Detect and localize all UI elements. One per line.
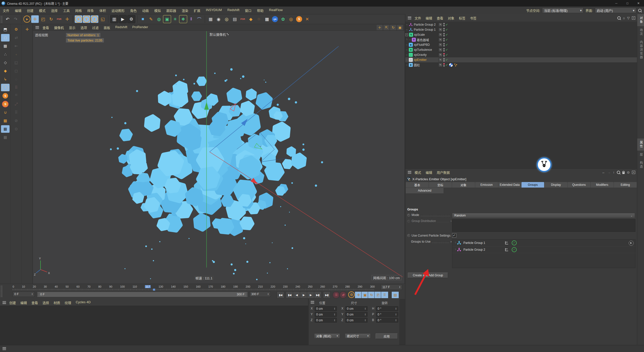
- viewport-menu-摄像机[interactable]: 摄像机: [52, 25, 66, 30]
- edit-icon[interactable]: ✎: [438, 53, 442, 57]
- frame-tick-117[interactable]: 117: [145, 285, 151, 288]
- notes-icon[interactable]: ▤: [231, 15, 238, 23]
- edit-icon[interactable]: ✎: [438, 38, 442, 42]
- material-menu-材质[interactable]: 材质: [51, 300, 62, 305]
- edit-icon[interactable]: ✎: [438, 63, 442, 67]
- menu-选择[interactable]: 选择: [48, 8, 60, 13]
- prev-key-button[interactable]: ▮◀: [286, 291, 293, 298]
- edit-icon[interactable]: ✎: [438, 43, 442, 47]
- frame-tick-280[interactable]: 280: [345, 285, 350, 288]
- scale-tool-icon[interactable]: ◰: [39, 15, 47, 23]
- expand-icon[interactable]: ›: [451, 240, 452, 243]
- frame-tick-160[interactable]: 160: [196, 285, 200, 288]
- menu-INSYDIUM[interactable]: INSYDIUM: [203, 8, 225, 13]
- goto-start-button[interactable]: ▮◀: [277, 291, 284, 298]
- y-axis-lock-icon[interactable]: Y: [83, 15, 90, 23]
- snap-option-icon[interactable]: ◻: [12, 67, 20, 75]
- menu-RealFlow[interactable]: RealFlow: [266, 8, 286, 13]
- search-icon[interactable]: [638, 9, 641, 12]
- menu-扩展[interactable]: 扩展: [191, 8, 203, 13]
- hierarchy-icon[interactable]: [505, 241, 508, 244]
- menu-创建[interactable]: 创建: [24, 8, 36, 13]
- size-x-field[interactable]: 0 cm▲▼: [345, 306, 368, 311]
- timeline-ticks[interactable]: [13, 289, 375, 290]
- frame-tick-150[interactable]: 150: [183, 285, 188, 288]
- enabled-check-icon[interactable]: ✓: [446, 63, 448, 67]
- current-frame-field[interactable]: 117 F▲▼: [381, 284, 402, 290]
- frame-tick-170[interactable]: 170: [208, 285, 213, 288]
- side-tab-场次[interactable]: 场次: [637, 26, 644, 38]
- frame-tick-40[interactable]: 40: [55, 285, 58, 288]
- stepper-icon[interactable]: ▲▼: [395, 319, 397, 322]
- group-list-item[interactable]: └Particle Group 1✓: [452, 240, 635, 246]
- enabled-check-icon[interactable]: ✓: [446, 58, 448, 62]
- menu-icon[interactable]: [35, 26, 39, 29]
- enabled-check-icon[interactable]: ✓: [446, 23, 448, 26]
- material-menu-Cycles 4D[interactable]: Cycles 4D: [73, 300, 93, 305]
- group-list-item[interactable]: └Particle Group 2✓: [452, 246, 635, 253]
- polygon-mode-icon[interactable]: ◆: [1, 67, 10, 75]
- close-button[interactable]: ✕: [633, 0, 644, 7]
- visibility-dots[interactable]: [443, 23, 445, 26]
- particle-tag-icon[interactable]: [454, 63, 457, 67]
- move-tool-icon[interactable]: ✛: [31, 15, 39, 23]
- menu-icon[interactable]: [3, 301, 6, 304]
- position-mode-select[interactable]: 对象 (相对)▾: [314, 333, 340, 338]
- use-current-checkbox[interactable]: ✓: [452, 233, 456, 238]
- frame-tick-70[interactable]: 70: [87, 285, 90, 288]
- frame-tick-80[interactable]: 80: [98, 285, 101, 288]
- enabled-check-icon[interactable]: ✓: [446, 48, 448, 52]
- object-row-xpFluidPBD[interactable]: ─◆xpFluidPBD✎✓: [405, 42, 637, 47]
- frame-tick-20[interactable]: 20: [33, 285, 36, 288]
- axis-cross-icon[interactable]: ✛: [23, 26, 31, 33]
- camera-menu-icon[interactable]: [227, 33, 229, 36]
- viewport-menu-过滤[interactable]: 过滤: [90, 25, 101, 30]
- viewport-menu-ProRender[interactable]: ProRender: [130, 25, 151, 30]
- menu-模式[interactable]: 模式: [36, 8, 48, 13]
- object-row-着色器域[interactable]: └─⠿着色器域✎✓: [405, 37, 637, 42]
- frame-tick-30[interactable]: 30: [44, 285, 47, 288]
- attribute-menu-用户数据[interactable]: 用户数据: [434, 170, 452, 175]
- render-picture-viewer-icon[interactable]: ▶: [119, 15, 127, 23]
- menu-icon[interactable]: [408, 171, 411, 174]
- tab-Display[interactable]: Display: [544, 182, 567, 188]
- object-menu-查看[interactable]: 查看: [434, 16, 446, 20]
- menu-Redshift[interactable]: Redshift: [225, 8, 242, 13]
- object-row-Particle Group 1[interactable]: ─Particle Group 1✎✓: [405, 27, 637, 32]
- menu-窗口[interactable]: 窗口: [242, 8, 254, 13]
- group-enabled-icon[interactable]: ✓: [512, 240, 517, 245]
- edit-icon[interactable]: ✎: [438, 58, 442, 62]
- object-row-xpGravity[interactable]: ─↓xpGravity✎✓: [405, 52, 637, 57]
- menu-icon[interactable]: [408, 17, 411, 19]
- menu-角色[interactable]: 角色: [127, 8, 139, 13]
- visibility-dots[interactable]: [443, 58, 445, 62]
- object-menu-标签[interactable]: 标签: [457, 16, 468, 20]
- maximize-button[interactable]: □: [622, 0, 633, 7]
- menu-编辑[interactable]: 编辑: [12, 8, 24, 13]
- frame-tick-260[interactable]: 260: [320, 285, 325, 288]
- object-row-xpScale[interactable]: −⇅xpScale✎✓: [405, 32, 637, 37]
- stepper-icon[interactable]: ▲▼: [334, 307, 335, 310]
- menu-运动图形[interactable]: 运动图形: [109, 8, 127, 13]
- edit-icon[interactable]: ✎: [438, 23, 442, 27]
- edit-icon[interactable]: ✎: [438, 48, 442, 52]
- attribute-menu-编辑[interactable]: 编辑: [423, 170, 434, 175]
- tab-基本[interactable]: 基本: [406, 182, 429, 188]
- camera-label[interactable]: 默认摄像机: [210, 32, 229, 37]
- symmetry-icon[interactable]: ‖: [187, 15, 195, 23]
- expander-icon[interactable]: −: [405, 33, 408, 36]
- snap-3d-icon[interactable]: S: [1, 92, 10, 100]
- size-z-field[interactable]: 0 cm▲▼: [345, 318, 368, 323]
- apply-button[interactable]: 应用: [376, 333, 398, 339]
- array-grid-icon[interactable]: ▦: [263, 15, 271, 23]
- enabled-check-icon[interactable]: ✓: [446, 43, 448, 47]
- size-mode-select[interactable]: 绝对尺寸▾: [345, 333, 371, 338]
- frame-tick-210[interactable]: 210: [258, 285, 263, 288]
- object-menu-书签[interactable]: 书签: [468, 16, 479, 20]
- frame-tick-130[interactable]: 130: [158, 285, 163, 288]
- enabled-check-icon[interactable]: ✓: [446, 28, 448, 31]
- workplane-mode-icon[interactable]: ▦: [1, 134, 10, 141]
- snap-option-icon[interactable]: ⤢: [12, 100, 20, 108]
- snap-option-icon[interactable]: ◌: [12, 75, 20, 83]
- edge-mode-icon[interactable]: ◇: [1, 59, 10, 66]
